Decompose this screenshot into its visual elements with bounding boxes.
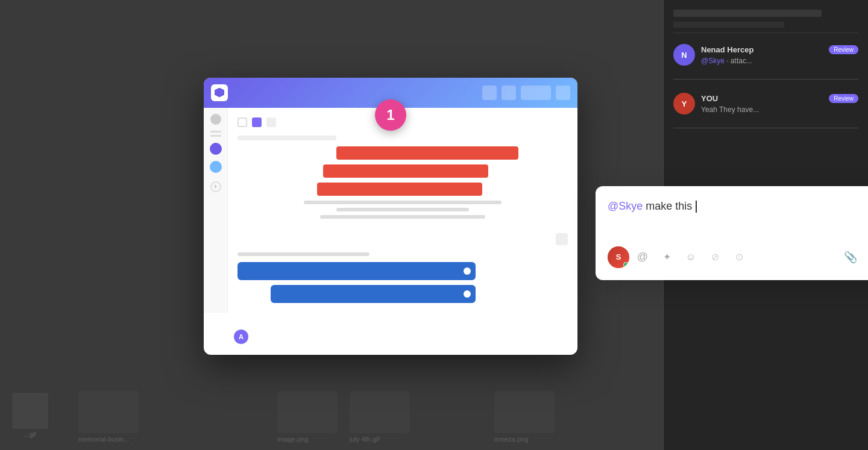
- gantt-blue-section: [237, 252, 568, 303]
- bg-label-icmeza: icmeza.png: [494, 391, 555, 443]
- drive-button[interactable]: [864, 246, 868, 268]
- inner-app-body: +: [204, 108, 577, 313]
- blue-bar-1-dot: [464, 267, 471, 275]
- emoji-button[interactable]: ☺: [680, 246, 702, 268]
- comment-2-text: Yeah They have...: [701, 105, 858, 114]
- comment-popup[interactable]: @Skye make this S @ ✦: [596, 186, 868, 280]
- bg-label-july: july 4th.gif: [350, 391, 410, 443]
- avatar-you: Y: [673, 93, 695, 114]
- red-bar-row-3: [237, 183, 568, 196]
- sidebar-dot-purple: [210, 143, 222, 155]
- modal-container: +: [204, 78, 577, 355]
- blue-bar-1: [237, 262, 476, 280]
- gantt-separator: [237, 233, 568, 245]
- inner-sidebar: +: [204, 108, 228, 313]
- comment-2-content: YOU Review Yeah They have...: [701, 94, 858, 114]
- sidebar-add-icon: +: [210, 181, 221, 192]
- user-avatar: S: [608, 246, 629, 268]
- comment-1-text: @Skye · attac...: [701, 57, 858, 65]
- sidebar-icon-1: [210, 114, 221, 125]
- comment-1-badge: Review: [829, 45, 858, 54]
- at-icon: @: [637, 251, 648, 263]
- comment-1-user: Nenad Hercep: [701, 45, 753, 54]
- bg-label-image: image.png: [277, 391, 338, 443]
- inner-content: A: [228, 108, 577, 313]
- thin-bar-1: [304, 201, 502, 204]
- slash-button[interactable]: ⊘: [704, 246, 726, 268]
- sparkle-button[interactable]: ✦: [656, 246, 678, 268]
- comment-text-content: make this: [646, 200, 695, 212]
- thin-bar-2: [336, 208, 468, 211]
- notification-count: 1: [386, 107, 394, 123]
- blue-bar-2: [271, 285, 476, 303]
- attach-button[interactable]: 📎: [840, 246, 861, 268]
- inner-toolbar-add: [266, 117, 276, 127]
- record-button[interactable]: ⊙: [728, 246, 750, 268]
- at-mention-button[interactable]: @: [632, 246, 653, 268]
- inner-toolbar-grid: [237, 117, 247, 127]
- panel-comment-item-2: Y YOU Review Yeah They have...: [673, 88, 858, 119]
- gantt-red-section: [237, 136, 568, 219]
- comment-2-user: YOU: [701, 94, 718, 103]
- sidebar-dot-blue: [210, 161, 222, 173]
- red-bar-row-2: [237, 164, 568, 178]
- red-bar-1: [336, 146, 518, 160]
- panel-divider-2: [673, 128, 858, 128]
- thin-bar-3: [320, 215, 485, 219]
- record-icon: ⊙: [735, 251, 743, 263]
- bg-label-memorial: memorial-busin...: [78, 391, 139, 443]
- inner-toolbar-list: [252, 117, 262, 127]
- comment-toolbar: S @ ✦ ☺ ⊘ ⊙: [608, 246, 868, 268]
- sidebar-add-group: [210, 131, 221, 137]
- avatar-nenad: N: [673, 44, 695, 66]
- red-bar-3: [317, 183, 482, 196]
- red-bar-row-1: [237, 146, 568, 160]
- app-bar-icon-search: [502, 86, 516, 100]
- app-logo: [211, 84, 228, 101]
- comment-1-content: Nenad Hercep Review @Skye · attac...: [701, 45, 858, 65]
- app-logo-icon: [215, 88, 224, 98]
- notification-badge[interactable]: 1: [375, 99, 406, 131]
- app-bar-icon-grid: [556, 86, 570, 100]
- bg-left-items: ...gif: [12, 393, 48, 438]
- blue-bar-2-dot: [464, 290, 471, 298]
- gantt-sep-icon: [556, 233, 568, 245]
- comment-1-mention: @Skye: [701, 57, 725, 65]
- comment-mention: @Skye: [608, 200, 643, 212]
- panel-top: [673, 10, 858, 33]
- comment-cursor: [696, 201, 697, 213]
- comment-input-area[interactable]: @Skye make this: [608, 198, 868, 234]
- preview-card: +: [204, 78, 577, 355]
- gantt-header-bar: [237, 136, 336, 140]
- app-bar-icon-bell: [482, 86, 497, 100]
- app-bar-rect-1: [521, 86, 551, 100]
- comment-2-badge: Review: [829, 94, 858, 103]
- sparkle-icon: ✦: [663, 251, 671, 263]
- attach-icon: 📎: [844, 251, 857, 264]
- red-bar-2: [323, 164, 488, 178]
- blue-bar-header: [237, 252, 370, 256]
- comment-1-body: · attac...: [726, 57, 752, 65]
- slash-icon: ⊘: [711, 251, 719, 263]
- online-status-dot: [623, 262, 629, 267]
- panel-comment-item-1: N Nenad Hercep Review @Skye · attac...: [673, 39, 858, 70]
- emoji-icon: ☺: [686, 252, 696, 263]
- app-bar-icons: [482, 86, 570, 100]
- panel-divider-1: [673, 79, 858, 80]
